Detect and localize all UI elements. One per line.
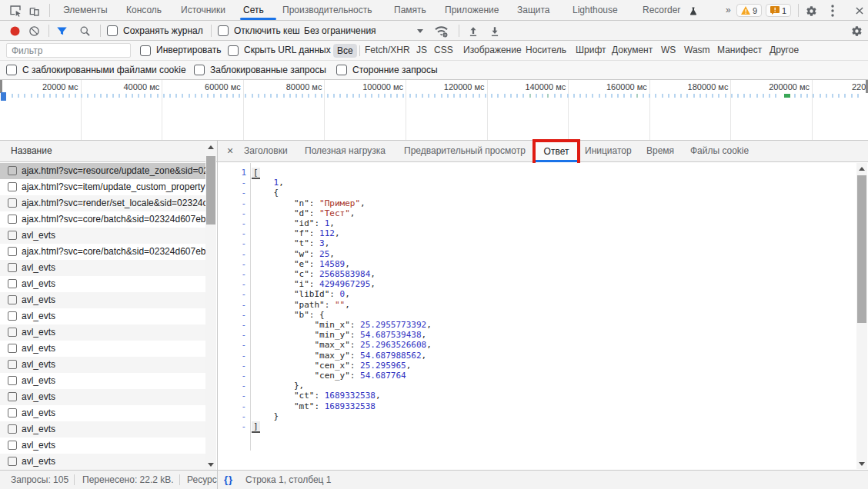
request-row[interactable]: avl_evts — [0, 228, 205, 244]
panel-tab-источники[interactable]: Источники — [181, 0, 225, 20]
tab-предварительный-просмотр[interactable]: Предварительный просмотр — [404, 141, 526, 161]
filter-type-шрифт[interactable]: Шрифт — [576, 41, 606, 60]
filter-type-изображение[interactable]: Изображение — [463, 41, 522, 60]
settings-gear-icon[interactable] — [804, 4, 818, 18]
more-tabs-button[interactable]: » — [726, 0, 731, 20]
request-row[interactable]: ajax.html?svc=resource/update_zone&sid=0… — [0, 163, 205, 179]
request-row[interactable]: avl_evts — [0, 324, 205, 341]
code-text: "max_y": 54.687988562, — [253, 351, 426, 361]
disable-cache-label[interactable]: Отключить кеш — [234, 21, 300, 41]
filter-type-wasm[interactable]: Wasm — [684, 41, 710, 60]
request-row[interactable]: avl_evts — [0, 389, 205, 405]
blocked-requests-label[interactable]: Заблокированные запросы — [210, 61, 326, 80]
request-row[interactable]: avl_evts — [0, 454, 205, 470]
device-toolbar-icon[interactable] — [27, 4, 41, 18]
panel-tab-защита[interactable]: Защита — [517, 0, 550, 20]
filter-type-носитель[interactable]: Носитель — [526, 41, 566, 60]
request-row[interactable]: ajax.html?svc=render/set_locale&sid=0232… — [0, 195, 205, 211]
requests-header-name-column[interactable]: Название — [0, 141, 217, 162]
request-row[interactable]: avl_evts — [0, 292, 205, 308]
scroll-down-icon[interactable] — [856, 458, 867, 469]
gutter-line-number: - — [218, 310, 246, 320]
filter-funnel-icon[interactable] — [55, 25, 68, 38]
blocked-cookies-label[interactable]: С заблокированными файлами cookie — [22, 61, 186, 80]
invert-filter-checkbox[interactable] — [140, 45, 151, 56]
panel-tab-lighthouse[interactable]: Lighthouse — [573, 0, 618, 20]
filter-type-js[interactable]: JS — [416, 41, 427, 60]
inspect-icon[interactable] — [8, 4, 22, 18]
panel-tab-консоль[interactable]: Консоль — [126, 0, 162, 20]
network-settings-gear-icon[interactable] — [850, 24, 863, 38]
warnings-badge[interactable]: 9 — [736, 4, 762, 17]
preserve-log-label[interactable]: Сохранять журнал — [123, 21, 203, 41]
scroll-down-icon[interactable] — [205, 459, 216, 470]
search-icon[interactable] — [78, 25, 92, 38]
tab-инициатор[interactable]: Инициатор — [585, 141, 632, 161]
scroll-up-icon[interactable] — [856, 163, 867, 174]
request-row[interactable]: avl_evts — [0, 437, 205, 454]
hide-data-urls-checkbox[interactable] — [228, 45, 239, 56]
record-network-log-icon[interactable] — [9, 25, 20, 36]
gutter-line-number: - — [218, 330, 246, 340]
response-code-viewer[interactable]: 1[- 1,- {- "n": "Пример",- "d": "Тест",-… — [218, 163, 856, 451]
filter-type-css[interactable]: CSS — [434, 41, 453, 60]
request-row[interactable]: avl_evts — [0, 357, 205, 373]
throttling-select[interactable]: Без ограничения — [304, 21, 376, 41]
panel-tab-производительность[interactable]: Производительность — [282, 0, 372, 20]
network-overview-timeline[interactable]: 20000 мс40000 мс60000 мс80000 мс100000 м… — [0, 80, 868, 141]
request-row[interactable]: avl_evts — [0, 276, 205, 292]
panel-tab-память[interactable]: Память — [394, 0, 426, 20]
hide-data-urls-label[interactable]: Скрыть URL данных — [244, 41, 331, 60]
request-row[interactable]: ajax.html?svc=item/update_custom_propert… — [0, 179, 205, 195]
request-dot — [857, 94, 859, 98]
request-row[interactable]: avl_evts — [0, 405, 205, 421]
filter-input[interactable]: Фильтр — [6, 43, 131, 58]
request-dot — [12, 94, 13, 98]
filter-type-документ[interactable]: Документ — [612, 41, 653, 60]
request-row[interactable]: avl_evts — [0, 341, 205, 357]
export-har-icon[interactable] — [488, 25, 502, 38]
clear-network-log-icon[interactable] — [28, 25, 40, 37]
request-row[interactable]: avl_evts — [0, 260, 205, 276]
panel-tab-элементы[interactable]: Элементы — [63, 0, 108, 20]
filter-type-fetch/xhr[interactable]: Fetch/XHR — [365, 41, 410, 60]
import-har-icon[interactable] — [466, 25, 480, 38]
request-row[interactable]: avl_evts — [0, 421, 205, 437]
response-scrollbar[interactable] — [856, 163, 867, 469]
panel-tab-приложение[interactable]: Приложение — [445, 0, 499, 20]
issues-badge[interactable]: 1 — [766, 4, 791, 17]
third-party-checkbox[interactable] — [336, 65, 347, 75]
request-row[interactable]: ajax.html?svc=core/batch&sid=02324d607eb — [0, 211, 205, 228]
request-dot-special — [529, 94, 531, 98]
network-conditions-icon[interactable] — [433, 25, 449, 38]
filter-type-манифест[interactable]: Манифест — [717, 41, 762, 60]
request-row[interactable]: avl_evts — [0, 308, 205, 324]
panel-tab-recorder[interactable]: Recorder — [643, 0, 680, 20]
filter-type-ws[interactable]: WS — [661, 41, 676, 60]
preserve-log-checkbox[interactable] — [107, 25, 118, 36]
third-party-label[interactable]: Сторонние запросы — [352, 61, 438, 80]
overview-left-handle[interactable] — [0, 80, 2, 93]
code-line: - "min_y": 54.687539438, — [218, 330, 856, 341]
tab-файлы-cookie[interactable]: Файлы cookie — [690, 141, 749, 161]
requests-scrollbar[interactable] — [205, 141, 216, 470]
filter-type-all[interactable]: Все — [333, 44, 357, 58]
invert-filter-label[interactable]: Инвертировать — [156, 41, 222, 60]
blocked-requests-checkbox[interactable] — [194, 65, 205, 75]
request-dot — [125, 94, 127, 98]
filter-type-другое[interactable]: Другое — [770, 41, 799, 60]
scroll-up-icon[interactable] — [205, 141, 216, 152]
kebab-menu-icon[interactable] — [826, 4, 839, 18]
request-row[interactable]: ajax.html?svc=core/batch&sid=02324d607eb — [0, 244, 205, 260]
close-devtools-icon[interactable] — [853, 4, 866, 18]
requests-scrollbar-thumb[interactable] — [206, 156, 215, 225]
tab-полезная-нагрузка[interactable]: Полезная нагрузка — [305, 141, 386, 161]
request-row[interactable]: avl_evts — [0, 373, 205, 389]
disable-cache-checkbox[interactable] — [218, 25, 229, 36]
blocked-cookies-checkbox[interactable] — [6, 65, 17, 75]
response-scrollbar-thumb[interactable] — [857, 175, 866, 323]
tab-заголовки[interactable]: Заголовки — [244, 141, 288, 161]
tab-время[interactable]: Время — [646, 141, 674, 161]
close-detail-icon[interactable]: × — [223, 141, 237, 161]
tab-response[interactable]: Ответ — [533, 141, 579, 161]
